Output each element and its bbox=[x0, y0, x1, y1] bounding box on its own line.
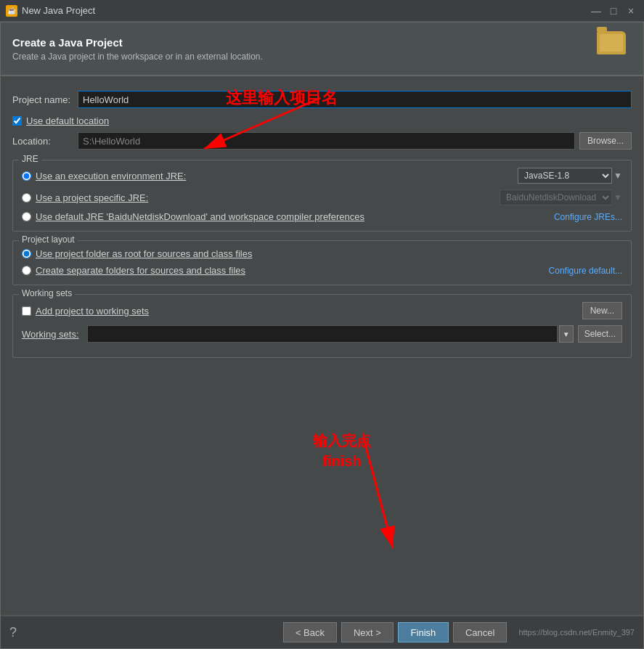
layout-option2-row: Create separate folders for sources and … bbox=[22, 265, 622, 276]
footer-buttons: < Back Next > Finish Cancel bbox=[283, 622, 508, 642]
dialog-title: Create a Java Project bbox=[12, 36, 263, 49]
add-to-working-sets-label[interactable]: Add project to working sets bbox=[36, 306, 149, 317]
help-icon[interactable]: ? bbox=[9, 625, 17, 640]
jre-section: JRE Use an execution environment JRE: Ja… bbox=[12, 160, 632, 232]
use-default-location-row: Use default location bbox=[12, 115, 632, 126]
configure-jres-link[interactable]: Configure JREs... bbox=[554, 212, 622, 222]
add-to-working-sets-checkbox[interactable] bbox=[22, 306, 31, 316]
jre-option1-label[interactable]: Use an execution environment JRE: bbox=[36, 171, 518, 181]
project-name-row: Project name: bbox=[12, 91, 632, 108]
layout-option1-row: Use project folder as root for sources a… bbox=[22, 248, 622, 259]
close-button[interactable]: × bbox=[624, 4, 638, 18]
jre-option3-radio[interactable] bbox=[22, 212, 31, 221]
layout-option1-radio[interactable] bbox=[22, 249, 31, 258]
minimize-button[interactable]: — bbox=[589, 4, 603, 18]
jre-option3-row: Use default JRE 'BaiduNetdiskDownload' a… bbox=[22, 211, 622, 222]
use-default-location-label[interactable]: Use default location bbox=[26, 115, 109, 126]
project-name-input[interactable] bbox=[78, 91, 632, 108]
jre-option1-radio[interactable] bbox=[22, 171, 31, 181]
dialog: Create a Java Project Create a Java proj… bbox=[0, 22, 644, 649]
title-bar: ☕ New Java Project — □ × bbox=[0, 0, 644, 22]
layout-option2-radio[interactable] bbox=[22, 266, 31, 275]
jre-option1-select[interactable]: JavaSE-1.8 bbox=[518, 168, 612, 184]
configure-default-link[interactable]: Configure default... bbox=[549, 266, 622, 276]
window-controls: — □ × bbox=[589, 4, 638, 18]
maximize-button[interactable]: □ bbox=[606, 4, 621, 18]
dialog-header: Create a Java Project Create a Java proj… bbox=[1, 23, 643, 76]
browse-button[interactable]: Browse... bbox=[579, 132, 632, 150]
working-sets-section: Working sets Add project to working sets… bbox=[12, 294, 632, 358]
working-sets-title: Working sets bbox=[19, 288, 75, 298]
jre-section-title: JRE bbox=[19, 154, 41, 164]
jre-option2-label[interactable]: Use a project specific JRE: bbox=[36, 192, 500, 203]
location-input[interactable] bbox=[78, 132, 575, 150]
working-sets-dropdown-arrow[interactable]: ▼ bbox=[559, 325, 574, 343]
header-text: Create a Java Project Create a Java proj… bbox=[12, 36, 263, 62]
jre-option2-select[interactable]: BaiduNetdiskDownload bbox=[500, 189, 612, 205]
back-button[interactable]: < Back bbox=[283, 622, 337, 642]
use-default-location-checkbox[interactable] bbox=[12, 116, 22, 126]
folder-icon bbox=[597, 31, 626, 54]
header-icon bbox=[597, 31, 632, 66]
jre-option2-radio[interactable] bbox=[22, 193, 31, 203]
jre-option1-row: Use an execution environment JRE: JavaSE… bbox=[22, 168, 622, 184]
dialog-subtitle: Create a Java project in the workspace o… bbox=[12, 52, 263, 62]
project-name-label: Project name: bbox=[12, 94, 78, 105]
working-sets-label: Working sets: bbox=[22, 329, 87, 340]
new-working-set-button[interactable]: New... bbox=[582, 302, 622, 319]
dialog-content: Project name: Use default location Locat… bbox=[1, 76, 643, 615]
select-working-set-button[interactable]: Select... bbox=[578, 325, 622, 343]
next-button[interactable]: Next > bbox=[341, 622, 394, 642]
project-layout-title: Project layout bbox=[19, 234, 78, 245]
jre-option2-row: Use a project specific JRE: BaiduNetdisk… bbox=[22, 189, 622, 205]
add-to-working-sets-row: Add project to working sets New... bbox=[22, 302, 622, 319]
dialog-footer: ? < Back Next > Finish Cancel https://bl… bbox=[1, 615, 643, 648]
app-icon: ☕ bbox=[6, 5, 17, 17]
working-sets-input-row: Working sets: ▼ Select... bbox=[22, 325, 622, 343]
jre-option3-label[interactable]: Use default JRE 'BaiduNetdiskDownload' a… bbox=[36, 211, 554, 222]
cancel-button[interactable]: Cancel bbox=[453, 622, 507, 642]
working-sets-input[interactable] bbox=[87, 325, 558, 343]
location-label: Location: bbox=[12, 136, 78, 147]
finish-button[interactable]: Finish bbox=[398, 622, 449, 642]
project-layout-section: Project layout Use project folder as roo… bbox=[12, 240, 632, 285]
footer-url: https://blog.csdn.net/Enmity_397 bbox=[518, 628, 635, 637]
window-title: New Java Project bbox=[22, 5, 95, 16]
layout-option1-label[interactable]: Use project folder as root for sources a… bbox=[36, 248, 622, 259]
layout-option2-label[interactable]: Create separate folders for sources and … bbox=[36, 265, 549, 276]
location-row: Location: Browse... bbox=[12, 132, 632, 150]
